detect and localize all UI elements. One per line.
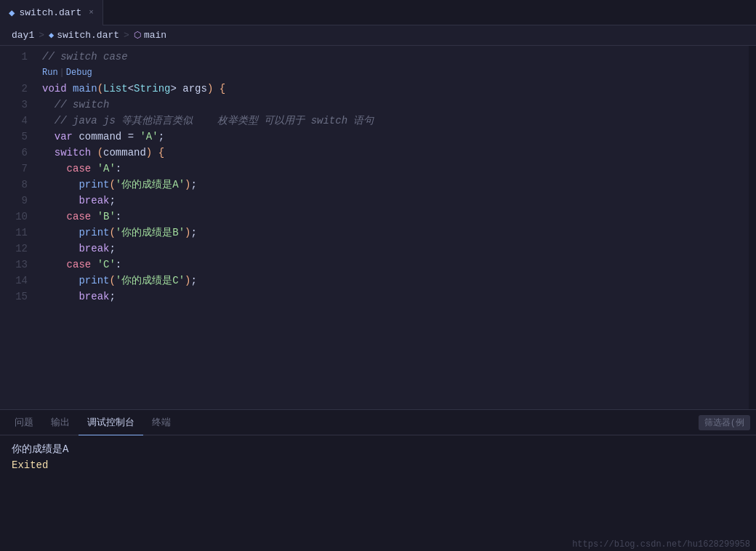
line-num-1: 1: [0, 49, 28, 65]
semi-5: ;: [158, 129, 164, 145]
run-debug-bar: Run | Debug: [42, 65, 749, 81]
code-line-9: ______break;: [42, 193, 749, 209]
fn-print-14: print: [79, 273, 109, 289]
tab-problems[interactable]: 问题: [6, 410, 42, 435]
semi-11: ;: [190, 225, 196, 241]
tab-terminal[interactable]: 终端: [143, 410, 180, 435]
line-numbers: 1 2 3 4 5 6 7 8 9 10 11 12 13 14 15: [0, 46, 36, 409]
code-line-1: // switch case: [42, 49, 749, 65]
code-line-2: void main(List<String> args) {: [42, 81, 749, 97]
code-line-6: __switch (command) {: [42, 145, 749, 161]
cube-icon: ⬡: [134, 30, 141, 41]
line-num-11: 11: [0, 225, 28, 241]
tab-label: switch.dart: [19, 7, 81, 18]
line-num-6: 6: [0, 145, 28, 161]
panel-filter[interactable]: 筛选器(例: [699, 415, 750, 430]
paren-sw-open: (: [97, 145, 103, 161]
line-num-10: 10: [0, 209, 28, 225]
code-line-13: ____case 'C':: [42, 257, 749, 273]
paren-sw-close: ): [146, 145, 152, 161]
line-num-4: 4: [0, 113, 28, 129]
output-exited: Exited: [12, 457, 48, 473]
line-num-7: 7: [0, 161, 28, 177]
line-num-5: 5: [0, 129, 28, 145]
semi-9: ;: [109, 193, 115, 209]
tab-bar: ◆ switch.dart ×: [0, 0, 756, 25]
fn-main: main: [73, 81, 97, 97]
paren-p8-close: ): [185, 177, 190, 193]
kw-var: var: [55, 129, 79, 145]
panel-content: 你的成绩是A Exited: [0, 435, 756, 551]
dart-icon: ◆: [49, 30, 54, 41]
code-line-11: ______print('你的成绩是B');: [42, 225, 749, 241]
str-8: '你的成绩是A': [116, 177, 185, 193]
run-link[interactable]: Run: [42, 65, 58, 81]
dart-file-icon: ◆: [9, 7, 15, 19]
code-line-3: __// switch: [42, 97, 749, 113]
fn-print-11: print: [79, 225, 109, 241]
colon-C: :: [116, 257, 121, 273]
panel-tab-bar: 问题 输出 调试控制台 终端 筛选器(例: [0, 410, 756, 435]
kw-void: void: [42, 81, 73, 97]
line-num-9: 9: [0, 193, 28, 209]
brk-15: break: [79, 289, 109, 305]
kw-switch: switch: [55, 145, 97, 161]
line-num-12: 12: [0, 241, 28, 257]
code-line-15: ______break;: [42, 289, 749, 305]
brace-sw-open: {: [158, 145, 164, 161]
editor-area: 1 2 3 4 5 6 7 8 9 10 11 12 13 14 15 // s…: [0, 46, 756, 409]
param-args: args: [177, 81, 207, 97]
output-line-1: 你的成绩是A: [12, 441, 744, 457]
var-command: command =: [79, 129, 140, 145]
debug-link[interactable]: Debug: [66, 65, 92, 81]
bottom-panel: 问题 输出 调试控制台 终端 筛选器(例 你的成绩是A Exited: [0, 409, 756, 551]
paren-open: (: [97, 81, 103, 97]
tab-switch-dart[interactable]: ◆ switch.dart ×: [0, 0, 103, 25]
comment-1: // switch case: [42, 49, 128, 65]
tab-debug-console[interactable]: 调试控制台: [79, 410, 143, 435]
space: [213, 81, 219, 97]
str-case-A: 'A': [97, 161, 116, 177]
comment-4: // java js 等其他语言类似 枚举类型 可以用于 switch 语句: [55, 113, 374, 129]
brk-12: break: [79, 241, 109, 257]
breadcrumb-func[interactable]: ⬡ main: [134, 30, 166, 41]
status-url: https://blog.csdn.net/hu1628299958: [572, 539, 750, 550]
status-bar: https://blog.csdn.net/hu1628299958: [566, 538, 756, 551]
line-num-2: 2: [0, 81, 28, 97]
paren-p11-close: ): [185, 225, 190, 241]
var-cmd: command: [103, 145, 146, 161]
tab-close-button[interactable]: ×: [89, 8, 94, 17]
case-A: case: [67, 161, 97, 177]
str-A: 'A': [140, 129, 158, 145]
breadcrumb-day1[interactable]: day1: [12, 30, 34, 41]
line-num-3: 3: [0, 97, 28, 113]
line-num-rd: [0, 65, 28, 81]
line-num-13: 13: [0, 257, 28, 273]
semi-8: ;: [190, 177, 196, 193]
colon-A: :: [116, 161, 121, 177]
semi-15: ;: [109, 289, 115, 305]
paren-p11-open: (: [109, 225, 115, 241]
code-line-14: ______print('你的成绩是C');: [42, 273, 749, 289]
line-num-15: 15: [0, 289, 28, 305]
code-line-12: ______break;: [42, 241, 749, 257]
code-line-4: __// java js 等其他语言类似 枚举类型 可以用于 switch 语句: [42, 113, 749, 129]
str-case-C: 'C': [97, 257, 116, 273]
breadcrumb: day1 > ◆ switch.dart > ⬡ main: [0, 25, 756, 46]
semi-12: ;: [109, 241, 115, 257]
comment-3: // switch: [55, 97, 110, 113]
code-editor[interactable]: // switch case Run | Debug void main(Lis…: [36, 46, 749, 409]
breadcrumb-file[interactable]: ◆ switch.dart: [49, 30, 119, 41]
colon-B: :: [116, 209, 121, 225]
breadcrumb-sep-1: >: [39, 30, 44, 41]
tab-output[interactable]: 输出: [42, 410, 79, 435]
output-line-2: Exited: [12, 457, 744, 473]
case-C: case: [67, 257, 97, 273]
editor-scrollbar[interactable]: [749, 46, 756, 409]
space-sw: [152, 145, 158, 161]
type-list: List: [103, 81, 128, 97]
gt: >: [170, 81, 176, 97]
code-line-5: __var command = 'A';: [42, 129, 749, 145]
case-B: case: [67, 209, 97, 225]
line-num-8: 8: [0, 177, 28, 193]
